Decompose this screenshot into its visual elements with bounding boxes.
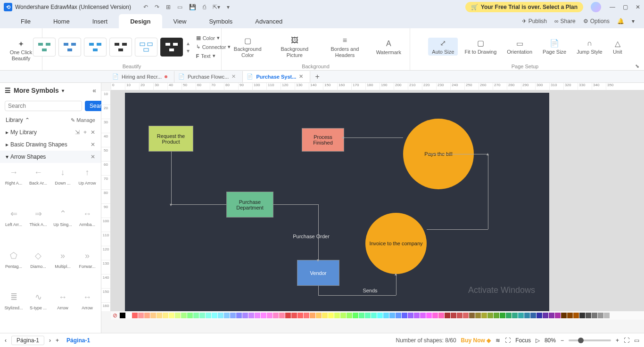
mylib-remove-icon[interactable]: ✕ [91, 129, 95, 136]
arrow-shapes-section[interactable]: ▾ Arrow Shapes ✕ [0, 151, 101, 163]
color-swatch[interactable] [236, 313, 242, 318]
color-swatch[interactable] [451, 313, 456, 318]
shape-item[interactable]: »Multipl... [51, 249, 74, 289]
color-swatch[interactable] [340, 313, 346, 318]
color-swatch[interactable] [224, 313, 230, 318]
new-icon[interactable]: ⊞ [166, 4, 171, 10]
orientation-button[interactable]: ▭Orientation [503, 38, 536, 56]
fit-width-icon[interactable]: ▭ [634, 337, 639, 344]
menu-design[interactable]: Design [119, 14, 162, 28]
color-swatch[interactable] [261, 313, 266, 318]
node-request[interactable]: Request the Product [149, 126, 193, 152]
menu-insert[interactable]: Insert [81, 14, 119, 28]
shape-item[interactable]: ⇐Left Arr... [2, 207, 25, 247]
drawing-page[interactable]: Request the Product Purchase Department … [125, 93, 549, 311]
tab-close-icon[interactable]: ✕ [299, 73, 303, 80]
shape-item[interactable]: ↔Arrow [51, 291, 74, 330]
maximize-icon[interactable]: ▢ [623, 4, 628, 10]
color-swatch[interactable] [187, 313, 193, 318]
menu-home[interactable]: Home [42, 14, 81, 28]
color-swatch[interactable] [175, 313, 181, 318]
tab-close-icon[interactable]: ✕ [231, 73, 236, 80]
color-swatch[interactable] [267, 313, 272, 318]
pagesetup-launcher-icon[interactable]: ⬊ [635, 63, 639, 69]
fit-page-icon[interactable]: ⛶ [624, 337, 629, 344]
export-icon[interactable]: ⇱▾ [213, 4, 220, 10]
color-swatch[interactable] [322, 313, 328, 318]
shape-item[interactable]: ↓Down ... [51, 166, 74, 205]
page-next-icon[interactable]: › [49, 337, 51, 344]
color-swatch[interactable] [163, 313, 168, 318]
node-vendor[interactable]: Vendor [297, 260, 339, 286]
shape-item[interactable]: ⬠Pentag... [2, 249, 25, 289]
fit-drawing-button[interactable]: ▢Fit to Drawing [461, 38, 500, 56]
color-swatch[interactable] [279, 313, 285, 318]
symbol-search-input[interactable] [5, 101, 82, 111]
color-swatch[interactable] [518, 313, 524, 318]
color-swatch[interactable] [487, 313, 493, 318]
color-swatch[interactable] [555, 313, 561, 318]
color-swatch[interactable] [138, 313, 144, 318]
redo-icon[interactable]: ↷ [155, 4, 159, 10]
shape-item[interactable]: ↔Armba... [75, 207, 99, 247]
color-swatch[interactable] [537, 313, 542, 318]
menu-view[interactable]: View [162, 14, 198, 28]
options-button[interactable]: ⚙ Options [583, 18, 610, 24]
page-prev-icon[interactable]: ‹ [5, 337, 7, 344]
shape-item[interactable]: »Forwar... [75, 249, 99, 289]
color-swatch[interactable] [598, 313, 603, 318]
color-swatch[interactable] [132, 313, 138, 318]
shape-item[interactable]: →Right A... [2, 166, 25, 205]
menu-symbols[interactable]: Symbols [198, 14, 244, 28]
add-page-icon[interactable]: + [56, 337, 59, 344]
bg-color-button[interactable]: ▢Background Color [226, 35, 269, 58]
theme-thumb-2[interactable] [58, 38, 81, 56]
zoom-slider[interactable] [569, 339, 611, 341]
user-avatar[interactable] [591, 2, 601, 12]
color-swatch[interactable] [402, 313, 407, 318]
zoom-out-icon[interactable]: − [561, 337, 564, 344]
manage-library-button[interactable]: ✎ Manage [71, 117, 95, 123]
color-swatch[interactable] [567, 313, 573, 318]
color-swatch[interactable] [586, 313, 591, 318]
auto-size-button[interactable]: ⤢Auto Size [428, 38, 458, 56]
theme-thumb-4[interactable] [109, 38, 132, 56]
mylib-export-icon[interactable]: ⇲ [75, 129, 80, 136]
color-swatch[interactable] [408, 313, 413, 318]
color-swatch[interactable] [230, 313, 236, 318]
shape-item[interactable]: ∿S-type ... [26, 291, 50, 330]
bg-picture-button[interactable]: 🖼Background Picture [272, 35, 317, 58]
color-swatch[interactable] [573, 313, 579, 318]
collapse-panel-icon[interactable]: « [92, 87, 96, 94]
color-swatch[interactable] [120, 313, 125, 318]
canvas[interactable]: Request the Product Purchase Department … [111, 90, 644, 311]
shape-item[interactable]: ⇒Thick A... [26, 207, 50, 247]
menu-more-icon[interactable]: ▾ [632, 18, 635, 24]
color-swatch[interactable] [457, 313, 462, 318]
color-swatch[interactable] [604, 313, 610, 318]
shape-item[interactable]: ↑Up Arrow [75, 166, 99, 205]
color-swatch[interactable] [310, 313, 315, 318]
focus-button[interactable]: Focus [515, 337, 531, 344]
color-swatch[interactable] [297, 313, 303, 318]
unit-button[interactable]: △Unit [609, 38, 626, 56]
open-icon[interactable]: ▭ [177, 4, 182, 10]
color-swatch[interactable] [169, 313, 174, 318]
color-swatch[interactable] [316, 313, 322, 318]
doc-tab-hiring[interactable]: 📄 Hiring and Recr... [108, 71, 174, 82]
minimize-icon[interactable]: — [610, 4, 615, 10]
theme-scroll-up-icon[interactable]: ▴ [187, 40, 190, 47]
jump-style-button[interactable]: ∩Jump Style [573, 38, 606, 56]
color-swatch[interactable] [371, 313, 377, 318]
buy-now-button[interactable]: Buy Now ◆ [461, 337, 491, 344]
trial-banner[interactable]: 🛒 Your Free Trial is over. Select a Plan [465, 2, 583, 12]
add-tab-button[interactable]: + [310, 73, 324, 81]
color-swatch[interactable] [445, 313, 450, 318]
theme-thumb-1[interactable] [33, 38, 56, 56]
color-swatch[interactable] [579, 313, 585, 318]
color-swatch[interactable] [150, 313, 156, 318]
color-swatch[interactable] [432, 313, 438, 318]
basic-shapes-row[interactable]: ▸ Basic Drawing Shapes ✕ [0, 138, 101, 151]
notifications-icon[interactable]: 🔔 [617, 18, 624, 24]
shape-item[interactable]: ⌃Up Sing... [51, 207, 74, 247]
